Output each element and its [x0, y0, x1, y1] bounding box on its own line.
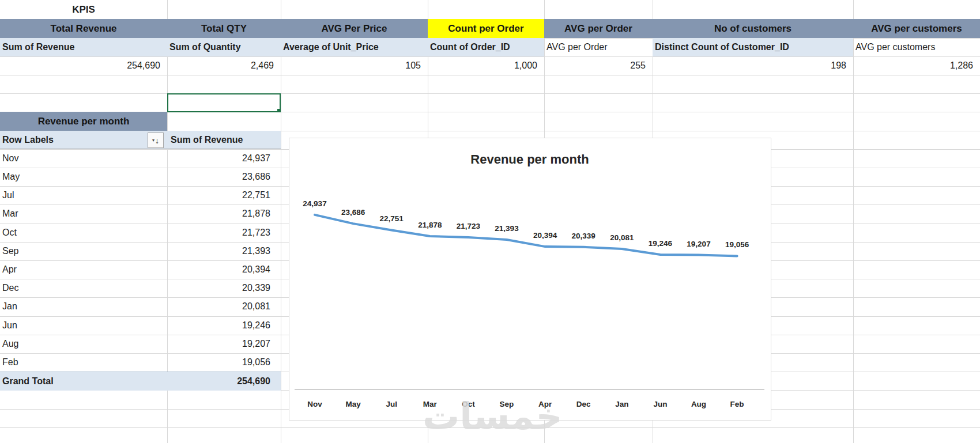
h-gridline — [0, 427, 980, 428]
pivot-row-feb: Feb19,056 — [0, 353, 281, 372]
data-label-dec: 20,339 — [572, 232, 595, 240]
pivot-month-cell[interactable]: Aug — [0, 335, 167, 353]
pivot-month-cell[interactable]: May — [0, 168, 167, 186]
chart-title: Revenue per month — [470, 152, 589, 166]
axis-label-nov: Nov — [307, 400, 322, 408]
data-label-aug: 19,207 — [687, 240, 710, 248]
pivot-row-nov: Nov24,937 — [0, 149, 281, 168]
kpi-value-count-per-order[interactable]: 1,000 — [428, 56, 544, 75]
revenue-series-line[interactable] — [315, 215, 737, 256]
kpi-header-avg-per-price[interactable]: AVG Per Price — [281, 19, 428, 38]
kpi-value-avg-per-price[interactable]: 105 — [281, 56, 428, 75]
data-label-apr: 20,394 — [533, 231, 557, 240]
axis-label-mar: Mar — [423, 400, 438, 408]
pivot-value-cell[interactable]: 22,751 — [167, 186, 281, 205]
kpi-subheader-avg-per-customers[interactable]: AVG per customers — [853, 38, 980, 56]
pivot-month-cell[interactable]: Dec — [0, 279, 167, 297]
revenue-line-chart[interactable]: Revenue per month24,937Nov23,686May22,75… — [289, 138, 771, 421]
pivot-value-cell[interactable]: 24,937 — [167, 149, 281, 168]
grand-total-label: Grand Total — [0, 372, 167, 391]
pivot-row-dec: Dec20,339 — [0, 279, 281, 297]
axis-label-apr: Apr — [538, 400, 552, 408]
kpi-value-avg-per-customers[interactable]: 1,286 — [853, 56, 980, 75]
pivot-row-oct: Oct21,723 — [0, 224, 281, 242]
pivot-row-may: May23,686 — [0, 168, 281, 186]
pivot-title[interactable]: Revenue per month — [0, 112, 167, 131]
data-label-jun: 19,246 — [649, 239, 673, 248]
kpi-header-row: Total RevenueTotal QTYAVG Per PriceCount… — [0, 19, 980, 38]
data-label-may: 23,686 — [341, 208, 365, 217]
pivot-value-cell[interactable]: 19,246 — [167, 316, 281, 335]
pivot-value-cell[interactable]: 21,393 — [167, 242, 281, 260]
axis-label-oct: Oct — [462, 400, 475, 408]
pivot-row-aug: Aug19,207 — [0, 335, 281, 353]
kpis-title[interactable]: KPIS — [0, 0, 167, 19]
pivot-month-cell[interactable]: Jan — [0, 297, 167, 316]
grand-total-value: 254,690 — [167, 372, 281, 391]
pivot-month-cell[interactable]: Oct — [0, 224, 167, 242]
kpi-subheader-row: Sum of RevenueSum of QuantityAverage of … — [0, 38, 980, 56]
h-gridline — [0, 75, 980, 75]
kpi-subheader-total-qty[interactable]: Sum of Quantity — [167, 38, 281, 56]
pivot-month-cell[interactable]: Sep — [0, 242, 167, 260]
pivot-row-sep: Sep21,393 — [0, 242, 281, 260]
selected-cell[interactable] — [167, 93, 281, 112]
pivot-values-header[interactable]: Sum of Revenue — [167, 131, 281, 149]
pivot-value-cell[interactable]: 23,686 — [167, 168, 281, 186]
kpi-value-total-revenue[interactable]: 254,690 — [0, 56, 167, 75]
pivot-value-cell[interactable]: 19,056 — [167, 353, 281, 372]
kpi-value-row: 254,6902,4691051,0002551981,286 — [0, 56, 980, 75]
pivot-value-cell[interactable]: 20,339 — [167, 279, 281, 297]
data-label-sep: 21,393 — [495, 224, 519, 233]
pivot-value-cell[interactable]: 21,723 — [167, 224, 281, 242]
kpi-header-avg-per-order[interactable]: AVG per Order — [544, 19, 653, 38]
pivot-value-cell[interactable]: 19,207 — [167, 335, 281, 353]
pivot-grand-total-row[interactable]: Grand Total 254,690 — [0, 372, 281, 391]
kpi-subheader-avg-per-order[interactable]: AVG per Order — [544, 38, 653, 56]
kpi-subheader-no-of-customers[interactable]: Distinct Count of Customer_ID — [653, 38, 853, 56]
sort-filter-button[interactable]: ▾ ↓ — [148, 132, 164, 148]
data-label-jan: 20,081 — [610, 233, 634, 242]
axis-label-sep: Sep — [500, 400, 514, 408]
pivot-month-cell[interactable]: Mar — [0, 205, 167, 223]
kpi-header-no-of-customers[interactable]: No of customers — [653, 19, 853, 38]
data-label-oct: 21,723 — [457, 222, 481, 230]
pivot-value-cell[interactable]: 20,081 — [167, 297, 281, 316]
dropdown-arrow-icon: ▾ — [152, 138, 154, 143]
kpi-subheader-count-per-order[interactable]: Count of Order_ID — [428, 38, 544, 56]
kpi-header-total-qty[interactable]: Total QTY — [167, 19, 281, 38]
kpi-value-avg-per-order[interactable]: 255 — [544, 56, 653, 75]
pivot-value-cell[interactable]: 21,878 — [167, 205, 281, 223]
kpi-header-count-per-order[interactable]: Count per Order — [428, 19, 544, 38]
pivot-row-jun: Jun19,246 — [0, 316, 281, 335]
pivot-month-cell[interactable]: Nov — [0, 149, 167, 168]
axis-label-jan: Jan — [615, 400, 628, 408]
h-gridline — [0, 93, 980, 94]
pivot-row-labels-header[interactable]: Row Labels ▾ ↓ — [0, 131, 167, 149]
kpi-subheader-avg-per-price[interactable]: Average of Unit_Price — [281, 38, 428, 56]
pivot-month-cell[interactable]: Apr — [0, 260, 167, 279]
kpi-header-total-revenue[interactable]: Total Revenue — [0, 19, 167, 38]
pivot-value-cell[interactable]: 20,394 — [167, 260, 281, 279]
pivot-row-mar: Mar21,878 — [0, 205, 281, 223]
pivot-month-cell[interactable]: Jul — [0, 186, 167, 205]
kpi-subheader-total-revenue[interactable]: Sum of Revenue — [0, 38, 167, 56]
pivot-row-apr: Apr20,394 — [0, 260, 281, 279]
pivot-row-jan: Jan20,081 — [0, 297, 281, 316]
pivot-header-row: Row Labels ▾ ↓ Sum of Revenue — [0, 131, 281, 149]
axis-label-feb: Feb — [730, 400, 744, 408]
data-label-feb: 19,056 — [725, 240, 749, 249]
data-label-jul: 22,751 — [380, 214, 404, 223]
spreadsheet: KPIS Total RevenueTotal QTYAVG Per Price… — [0, 0, 980, 443]
kpi-value-total-qty[interactable]: 2,469 — [167, 56, 281, 75]
pivot-row-jul: Jul22,751 — [0, 186, 281, 205]
kpi-value-no-of-customers[interactable]: 198 — [653, 56, 853, 75]
row-labels-text: Row Labels — [2, 135, 54, 145]
chart-canvas: Revenue per month24,937Nov23,686May22,75… — [289, 138, 770, 419]
fill-handle[interactable] — [277, 108, 281, 112]
axis-label-aug: Aug — [691, 400, 706, 408]
axis-label-may: May — [345, 400, 361, 408]
pivot-month-cell[interactable]: Feb — [0, 353, 167, 372]
kpi-header-avg-per-customers[interactable]: AVG per customers — [853, 19, 980, 38]
pivot-month-cell[interactable]: Jun — [0, 316, 167, 335]
